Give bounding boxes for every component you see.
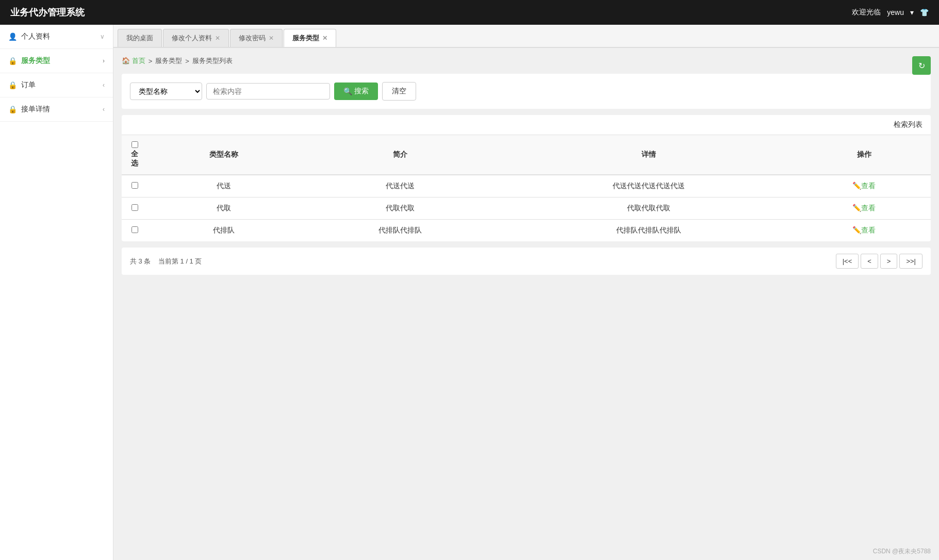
row-type-name: 代送: [147, 175, 300, 197]
search-area: 类型名称 🔍 搜索 清空: [122, 74, 931, 109]
tab-edit-profile[interactable]: 修改个人资料 ✕: [163, 29, 229, 47]
header-right: 欢迎光临 yewu ▾ 👕: [852, 8, 929, 17]
sidebar-item-label-order: 订单: [21, 80, 36, 90]
tab-edit-profile-label: 修改个人资料: [172, 34, 212, 43]
total-text: 共 3 条: [130, 257, 151, 265]
row-checkbox-cell: [122, 175, 147, 197]
row-type-name: 代排队: [147, 220, 300, 242]
sidebar: 👤 个人资料 ∨ 🔒 服务类型 › 🔒 订单 ‹ 🔒 接单详情 ‹: [0, 25, 113, 560]
row-checkbox-0[interactable]: [131, 182, 138, 189]
search-button[interactable]: 🔍 搜索: [334, 83, 378, 100]
search-input[interactable]: [206, 83, 330, 100]
next-page-button[interactable]: >: [880, 254, 898, 269]
view-link-2[interactable]: ✏️查看: [806, 226, 922, 235]
result-label-text: 检索列表: [894, 120, 922, 128]
pagination-info: 共 3 条 当前第 1 / 1 页: [130, 257, 202, 266]
row-detail: 代排队代排队代排队: [500, 220, 798, 242]
row-summary: 代取代取: [300, 197, 500, 220]
personal-icon: 👤: [8, 32, 17, 41]
tab-my-desk-label: 我的桌面: [126, 34, 153, 43]
row-summary: 代送代送: [300, 175, 500, 197]
row-type-name: 代取: [147, 197, 300, 220]
order-arrow: ‹: [103, 81, 105, 89]
col-detail: 详情: [500, 135, 798, 175]
main-content: 我的桌面 修改个人资料 ✕ 修改密码 ✕ 服务类型 ✕ ↻ 🏠 首页 >: [113, 25, 939, 560]
table-header-row: 全选 类型名称 简介 详情 操作: [122, 135, 931, 175]
tab-change-password-label: 修改密码: [239, 34, 266, 43]
header: 业务代办管理系统 欢迎光临 yewu ▾ 👕: [0, 0, 939, 25]
welcome-text: 欢迎光临: [852, 8, 881, 17]
breadcrumb-sep2: >: [185, 57, 189, 65]
table-row: 代送 代送代送 代送代送代送代送代送 ✏️查看: [122, 175, 931, 197]
col-select: 全选: [122, 135, 147, 175]
current-page-text: 当前第 1 / 1 页: [158, 257, 202, 265]
table-row: 代排队 代排队代排队 代排队代排队代排队 ✏️查看: [122, 220, 931, 242]
prev-page-button[interactable]: <: [861, 254, 878, 269]
pagination-area: 共 3 条 当前第 1 / 1 页 |<< < > >>|: [122, 248, 931, 275]
sidebar-item-label-service-type: 服务类型: [21, 56, 50, 65]
tab-change-password[interactable]: 修改密码 ✕: [230, 29, 283, 47]
table-container: 全选 类型名称 简介 详情 操作 代送 代送代送 代送代送代送代送代送: [122, 135, 931, 241]
pagination-buttons: |<< < > >>|: [836, 254, 922, 269]
clear-button[interactable]: 清空: [382, 82, 416, 101]
search-select[interactable]: 类型名称: [130, 83, 202, 100]
clear-button-label: 清空: [392, 87, 406, 95]
personal-arrow: ∨: [100, 33, 105, 40]
breadcrumb-level2: 服务类型列表: [192, 56, 233, 65]
tab-my-desk[interactable]: 我的桌面: [118, 29, 162, 47]
row-checkbox-2[interactable]: [131, 226, 138, 233]
row-action[interactable]: ✏️查看: [798, 220, 931, 242]
view-link-1[interactable]: ✏️查看: [806, 204, 922, 213]
row-detail: 代取代取代取: [500, 197, 798, 220]
row-action[interactable]: ✏️查看: [798, 175, 931, 197]
tab-edit-profile-close[interactable]: ✕: [215, 35, 220, 42]
row-checkbox-1[interactable]: [131, 204, 138, 211]
data-table: 全选 类型名称 简介 详情 操作 代送 代送代送 代送代送代送代送代送: [122, 135, 931, 241]
row-summary: 代排队代排队: [300, 220, 500, 242]
view-link-0[interactable]: ✏️查看: [806, 182, 922, 191]
first-page-button[interactable]: |<<: [836, 254, 859, 269]
order-detail-icon: 🔒: [8, 105, 17, 113]
sidebar-item-service-type[interactable]: 🔒 服务类型 ›: [0, 49, 113, 73]
footer-note: CSDN @夜未央5788: [873, 547, 931, 556]
col-action: 操作: [798, 135, 931, 175]
dropdown-icon[interactable]: ▾: [910, 8, 914, 17]
refresh-button[interactable]: ↻: [912, 56, 931, 75]
last-page-button[interactable]: >>|: [899, 254, 922, 269]
select-all-checkbox[interactable]: [131, 141, 138, 148]
service-type-icon: 🔒: [8, 57, 17, 65]
sidebar-item-personal[interactable]: 👤 个人资料 ∨: [0, 25, 113, 49]
tab-service-type-close[interactable]: ✕: [322, 35, 327, 42]
table-row: 代取 代取代取 代取代取代取 ✏️查看: [122, 197, 931, 220]
order-detail-arrow: ‹: [103, 106, 105, 113]
breadcrumb-home: 🏠 首页: [122, 56, 145, 65]
tabs-bar: 我的桌面 修改个人资料 ✕ 修改密码 ✕ 服务类型 ✕: [113, 25, 939, 48]
breadcrumb-level1: 服务类型: [155, 56, 182, 65]
col-summary: 简介: [300, 135, 500, 175]
tab-service-type-label: 服务类型: [292, 34, 319, 43]
row-checkbox-cell: [122, 220, 147, 242]
select-all-label: 全选: [131, 150, 138, 167]
sidebar-item-label-order-detail: 接单详情: [21, 105, 50, 114]
shirt-icon[interactable]: 👕: [920, 8, 929, 17]
search-icon: 🔍: [343, 87, 352, 95]
row-detail: 代送代送代送代送代送: [500, 175, 798, 197]
sidebar-item-label-personal: 个人资料: [21, 32, 50, 41]
row-action[interactable]: ✏️查看: [798, 197, 931, 220]
search-button-label: 搜索: [354, 87, 369, 96]
col-type-name: 类型名称: [147, 135, 300, 175]
breadcrumb-sep1: >: [149, 57, 153, 65]
service-type-arrow: ›: [103, 57, 105, 64]
tab-service-type[interactable]: 服务类型 ✕: [284, 29, 336, 47]
order-icon: 🔒: [8, 81, 17, 89]
row-checkbox-cell: [122, 197, 147, 220]
content-area: ↻ 🏠 首页 > 服务类型 > 服务类型列表 类型名称 🔍 搜索: [113, 48, 939, 560]
breadcrumb: 🏠 首页 > 服务类型 > 服务类型列表: [122, 56, 931, 65]
app-title: 业务代办管理系统: [10, 6, 85, 19]
sidebar-item-order[interactable]: 🔒 订单 ‹: [0, 73, 113, 97]
layout: 👤 个人资料 ∨ 🔒 服务类型 › 🔒 订单 ‹ 🔒 接单详情 ‹: [0, 25, 939, 560]
tab-change-password-close[interactable]: ✕: [269, 35, 274, 42]
result-label: 检索列表: [122, 115, 931, 135]
sidebar-item-order-detail[interactable]: 🔒 接单详情 ‹: [0, 97, 113, 122]
username: yewu: [887, 8, 904, 17]
